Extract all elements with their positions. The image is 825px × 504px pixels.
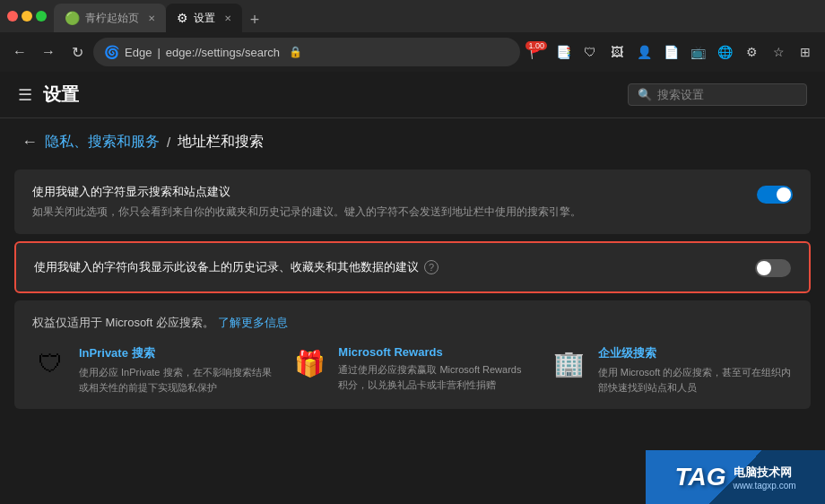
ms-header-label: 权益仅适用于 Microsoft 必应搜索。 — [32, 316, 214, 329]
inprivate-title: InPrivate 搜索 — [79, 345, 274, 361]
tag-site-name: 电脑技术网 — [734, 465, 796, 481]
address-bar[interactable]: 🌀 Edge | edge://settings/search 🔒 — [93, 38, 520, 66]
inprivate-icon: 🛡 — [32, 345, 68, 381]
screenshot-icon[interactable]: 🖼 — [604, 39, 630, 65]
search-suggestions-desc: 如果关闭此选项，你只会看到来自你的收藏夹和历史记录的建议。键入的字符不会发送到地… — [32, 204, 746, 220]
breadcrumb-current: 地址栏和搜索 — [178, 133, 264, 152]
rewards-title: Microsoft Rewards — [338, 345, 533, 359]
tab-qingning-label: 青柠起始页 — [85, 11, 139, 26]
settings-page-title: 设置 — [43, 83, 79, 107]
reading-list-icon[interactable]: 📑 — [551, 39, 576, 65]
forward-button[interactable]: → — [36, 39, 61, 65]
address-lock-icon: 🔒 — [289, 46, 302, 58]
tag-logo-text: TAG — [674, 463, 725, 491]
tab-qingning[interactable]: 🟢 青柠起始页 ✕ — [54, 4, 166, 32]
tab-settings-icon: ⚙ — [177, 11, 188, 25]
enterprise-title: 企业级搜索 — [598, 345, 793, 361]
rewards-text: Microsoft Rewards 通过使用必应搜索赢取 Microsoft R… — [338, 345, 533, 392]
ms-header-text: 权益仅适用于 Microsoft 必应搜索。 了解更多信息 — [32, 315, 793, 331]
settings-wrapper: ☰ 设置 🔍 ← 隐私、搜索和服务 / 地址栏和搜索 — [0, 72, 825, 504]
tab-qingning-close[interactable]: ✕ — [148, 13, 155, 23]
window-controls — [7, 11, 47, 22]
settings-icon[interactable]: ⚙ — [739, 39, 764, 65]
ms-cards: 🛡 InPrivate 搜索 使用必应 InPrivate 搜索，在不影响搜索结… — [32, 345, 793, 395]
breadcrumb-separator: / — [167, 135, 170, 150]
enterprise-text: 企业级搜索 使用 Microsoft 的必应搜索，甚至可在组织内部快速找到站点和… — [598, 345, 793, 395]
hamburger-menu-icon[interactable]: ☰ — [18, 85, 32, 105]
doc-icon[interactable]: 📄 — [658, 39, 683, 65]
nav-bar: ← → ↻ 🌀 Edge | edge://settings/search 🔒 … — [0, 32, 825, 72]
ms-benefits-section: 权益仅适用于 Microsoft 必应搜索。 了解更多信息 🛡 InPrivat… — [14, 300, 811, 409]
ms-learn-more-link[interactable]: 了解更多信息 — [218, 316, 288, 329]
tab-settings-close[interactable]: ✕ — [224, 13, 231, 23]
tag-watermark: TAG 电脑技术网 www.tagxp.com — [646, 450, 825, 504]
device-history-section: 使用我键入的字符向我显示此设备上的历史记录、收藏夹和其他数据的建议 ? — [14, 241, 811, 293]
edge-logo-icon: 🌀 — [104, 45, 119, 59]
address-edge-label: Edge — [125, 46, 152, 59]
settings-header: ☰ 设置 🔍 — [0, 72, 825, 118]
bookmark-badge: 1.00 — [525, 41, 547, 50]
search-settings-input[interactable] — [657, 88, 792, 101]
device-history-item: 使用我键入的字符向我显示此设备上的历史记录、收藏夹和其他数据的建议 ? — [34, 257, 791, 277]
enterprise-card: 🏢 企业级搜索 使用 Microsoft 的必应搜索，甚至可在组织内部快速找到站… — [551, 345, 793, 395]
settings-page: ☰ 设置 🔍 ← 隐私、搜索和服务 / 地址栏和搜索 — [0, 72, 825, 504]
settings-title-area: ☰ 设置 — [18, 83, 79, 107]
rewards-desc: 通过使用必应搜索赢取 Microsoft Rewards 积分，以兑换礼品卡或非… — [338, 362, 533, 392]
title-bar: 🟢 青柠起始页 ✕ ⚙ 设置 ✕ + — [0, 0, 825, 32]
enterprise-desc: 使用 Microsoft 的必应搜索，甚至可在组织内部快速找到站点和人员 — [598, 365, 793, 395]
toolbar-icons: 🚩 1.00 📑 🛡 🖼 👤 📄 📺 🌐 ⚙ ☆ ⊞ — [524, 39, 818, 65]
device-history-toggle[interactable] — [755, 259, 791, 277]
breadcrumb-back-button[interactable]: ← — [22, 133, 38, 152]
tab-settings[interactable]: ⚙ 设置 ✕ — [166, 4, 242, 32]
tag-site-info: 电脑技术网 www.tagxp.com — [734, 465, 796, 491]
maximize-button[interactable] — [36, 11, 47, 22]
search-suggestions-label: 使用我键入的字符显示搜索和站点建议 — [32, 184, 746, 200]
media-icon[interactable]: 📺 — [685, 39, 710, 65]
rewards-card: 🎁 Microsoft Rewards 通过使用必应搜索赢取 Microsoft… — [291, 345, 533, 395]
breadcrumb: ← 隐私、搜索和服务 / 地址栏和搜索 — [0, 118, 825, 162]
inprivate-text: InPrivate 搜索 使用必应 InPrivate 搜索，在不影响搜索结果或… — [79, 345, 274, 395]
new-tab-button[interactable]: + — [242, 7, 267, 32]
close-button[interactable] — [7, 11, 18, 22]
search-suggestions-toggle[interactable] — [757, 186, 793, 204]
tabs-area: 🟢 青柠起始页 ✕ ⚙ 设置 ✕ + — [54, 0, 818, 32]
search-suggestions-text: 使用我键入的字符显示搜索和站点建议 如果关闭此选项，你只会看到来自你的收藏夹和历… — [32, 184, 746, 220]
tag-site-url: www.tagxp.com — [734, 481, 796, 491]
search-icon: 🔍 — [638, 88, 652, 101]
address-separator: | — [157, 46, 160, 59]
more-icon[interactable]: ⊞ — [793, 39, 818, 65]
extension-icon[interactable]: 🌐 — [712, 39, 737, 65]
search-suggestions-item: 使用我键入的字符显示搜索和站点建议 如果关闭此选项，你只会看到来自你的收藏夹和历… — [32, 184, 793, 220]
back-button[interactable]: ← — [7, 39, 32, 65]
search-suggestions-section: 使用我键入的字符显示搜索和站点建议 如果关闭此选项，你只会看到来自你的收藏夹和历… — [14, 169, 811, 234]
favorites-icon[interactable]: ☆ — [766, 39, 791, 65]
tab-qingning-icon: 🟢 — [65, 11, 80, 25]
profile-icon[interactable]: 👤 — [631, 39, 656, 65]
bookmark-manager-icon[interactable]: 🚩 1.00 — [524, 39, 549, 65]
inprivate-card: 🛡 InPrivate 搜索 使用必应 InPrivate 搜索，在不影响搜索结… — [32, 345, 274, 395]
enterprise-icon: 🏢 — [551, 345, 587, 381]
device-history-label-area: 使用我键入的字符向我显示此设备上的历史记录、收藏夹和其他数据的建议 ? — [34, 259, 439, 275]
device-history-label: 使用我键入的字符向我显示此设备上的历史记录、收藏夹和其他数据的建议 — [34, 259, 419, 275]
browser-chrome: 🟢 青柠起始页 ✕ ⚙ 设置 ✕ + ← → ↻ 🌀 Edge | — [0, 0, 825, 72]
minimize-button[interactable] — [22, 11, 32, 22]
help-icon[interactable]: ? — [424, 260, 439, 274]
content-area: ← 隐私、搜索和服务 / 地址栏和搜索 使用我键入的字符显示搜索和站点建议 如果… — [0, 118, 825, 504]
inprivate-desc: 使用必应 InPrivate 搜索，在不影响搜索结果或相关性的前提下实现隐私保护 — [79, 365, 274, 395]
tab-settings-label: 设置 — [194, 11, 215, 26]
rewards-icon: 🎁 — [291, 345, 327, 381]
breadcrumb-parent[interactable]: 隐私、搜索和服务 — [45, 133, 160, 152]
refresh-button[interactable]: ↻ — [65, 39, 90, 65]
address-url: edge://settings/search — [166, 46, 280, 59]
search-settings-box[interactable]: 🔍 — [628, 83, 807, 106]
shield-icon[interactable]: 🛡 — [578, 39, 603, 65]
